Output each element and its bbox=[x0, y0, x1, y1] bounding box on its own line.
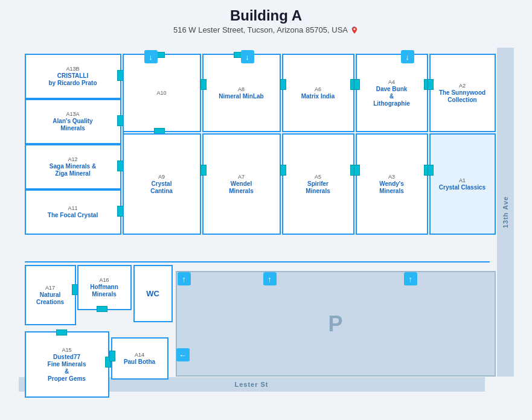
room-A5: A5 SpiriferMinerals bbox=[282, 133, 354, 235]
room-A13B: A13B CRISTALLIby Ricardo Prato bbox=[25, 54, 121, 99]
door bbox=[354, 79, 360, 90]
door bbox=[280, 79, 286, 90]
room-A6: A6 Matrix India bbox=[282, 54, 354, 132]
room-A7: A7 WendelMinerals bbox=[202, 133, 281, 235]
arrow-up-3: ↑ bbox=[404, 272, 417, 285]
room-A17: A17 NaturalCreations bbox=[25, 265, 76, 325]
room-A11: A11 The Focal Crystal bbox=[25, 189, 121, 235]
room-A16: A16 HoffmannMinerals bbox=[77, 265, 132, 310]
bottom-street-label: Lester St bbox=[234, 381, 268, 388]
door bbox=[428, 79, 434, 90]
door bbox=[280, 165, 286, 176]
room-A1: A1 Crystal Classics bbox=[429, 133, 496, 235]
right-street-strip: 13th Ave bbox=[497, 48, 514, 377]
room-A4: A4 Dave Bunk&Lithographie bbox=[356, 54, 428, 132]
door bbox=[97, 306, 107, 312]
page-header: Building A 516 W Lester Street, Tucson, … bbox=[173, 0, 359, 37]
floor-plan: 13th Ave Lester St P WC A13B CRISTALLIby… bbox=[13, 42, 520, 398]
arrow-left-1: ← bbox=[176, 348, 190, 361]
room-A12: A12 Saga Minerals &Ziga Mineral bbox=[25, 144, 121, 189]
floor-divider bbox=[25, 261, 490, 262]
room-A9: A9 CrystalCantina bbox=[123, 133, 201, 235]
arrow-up-1: ↑ bbox=[178, 272, 191, 285]
room-A13A: A13A Alan's QualityMinerals bbox=[25, 99, 121, 144]
arrow-up-2: ↑ bbox=[263, 272, 277, 285]
door bbox=[200, 79, 207, 90]
door bbox=[56, 329, 67, 336]
room-wc: WC bbox=[133, 265, 173, 322]
svg-point-0 bbox=[354, 28, 356, 30]
page-address: 516 W Lester Street, Tucson, Arizona 857… bbox=[173, 25, 359, 34]
map-pin-icon bbox=[350, 26, 359, 34]
arrow-down-A4: ↓ bbox=[401, 50, 414, 63]
room-A2: A2 The SunnywoodCollection bbox=[429, 54, 496, 132]
room-A3: A3 Wendy'sMinerals bbox=[356, 133, 428, 235]
parking-area: P bbox=[176, 271, 496, 377]
page-title: Building A bbox=[173, 7, 359, 24]
room-A15: A15 Dusted77Fine Minerals&Proper Gems bbox=[25, 331, 109, 398]
door bbox=[354, 165, 360, 176]
door bbox=[428, 165, 434, 176]
room-A8: A8 Nimeral MinLab bbox=[202, 54, 281, 132]
arrow-down-A8: ↓ bbox=[241, 50, 254, 63]
arrow-down-A10: ↓ bbox=[144, 50, 158, 63]
wall-left-center bbox=[123, 54, 124, 235]
right-street-label: 13th Ave bbox=[502, 196, 509, 228]
door bbox=[109, 351, 115, 361]
room-A10: A10 bbox=[123, 54, 201, 132]
room-A14: A14 Paul Botha bbox=[111, 337, 168, 380]
parking-label: P bbox=[328, 311, 342, 337]
door bbox=[200, 165, 207, 176]
